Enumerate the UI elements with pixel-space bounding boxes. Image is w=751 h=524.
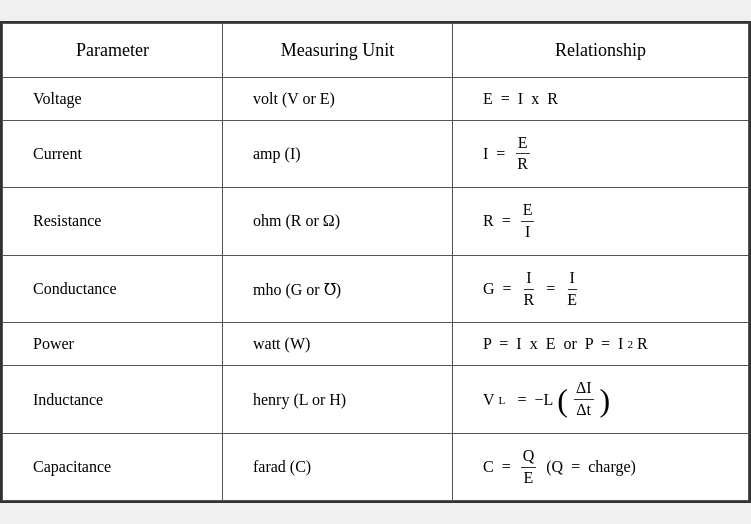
main-table-container: Parameter Measuring Unit Relationship Vo… (0, 21, 751, 504)
rel-conductance: G = I R = I E (453, 255, 749, 323)
rel-resistance: R = E I (453, 188, 749, 256)
table-row: Capacitance farad (C) C = Q E (Q = charg… (3, 433, 749, 501)
unit-capacitance: farad (C) (223, 433, 453, 501)
param-conductance: Conductance (3, 255, 223, 323)
unit-resistance: ohm (R or Ω) (223, 188, 453, 256)
unit-conductance: mho (G or ℧) (223, 255, 453, 323)
table-row: Power watt (W) P = I x E or P = I2R (3, 323, 749, 366)
table-row: Conductance mho (G or ℧) G = I R = I E (3, 255, 749, 323)
param-resistance: Resistance (3, 188, 223, 256)
unit-voltage: volt (V or E) (223, 77, 453, 120)
param-current: Current (3, 120, 223, 188)
unit-current: amp (I) (223, 120, 453, 188)
header-relationship: Relationship (453, 23, 749, 77)
rel-inductance: VL = −L ( ΔI Δt ) (453, 366, 749, 434)
rel-power: P = I x E or P = I2R (453, 323, 749, 366)
table-row: Inductance henry (L or H) VL = −L ( ΔI Δ… (3, 366, 749, 434)
unit-inductance: henry (L or H) (223, 366, 453, 434)
header-parameter: Parameter (3, 23, 223, 77)
rel-capacitance: C = Q E (Q = charge) (453, 433, 749, 501)
table-row: Voltage volt (V or E) E = I x R (3, 77, 749, 120)
table-row: Resistance ohm (R or Ω) R = E I (3, 188, 749, 256)
header-measuring-unit: Measuring Unit (223, 23, 453, 77)
unit-power: watt (W) (223, 323, 453, 366)
param-inductance: Inductance (3, 366, 223, 434)
rel-voltage: E = I x R (453, 77, 749, 120)
param-power: Power (3, 323, 223, 366)
param-voltage: Voltage (3, 77, 223, 120)
rel-current: I = E R (453, 120, 749, 188)
table-row: Current amp (I) I = E R (3, 120, 749, 188)
param-capacitance: Capacitance (3, 433, 223, 501)
